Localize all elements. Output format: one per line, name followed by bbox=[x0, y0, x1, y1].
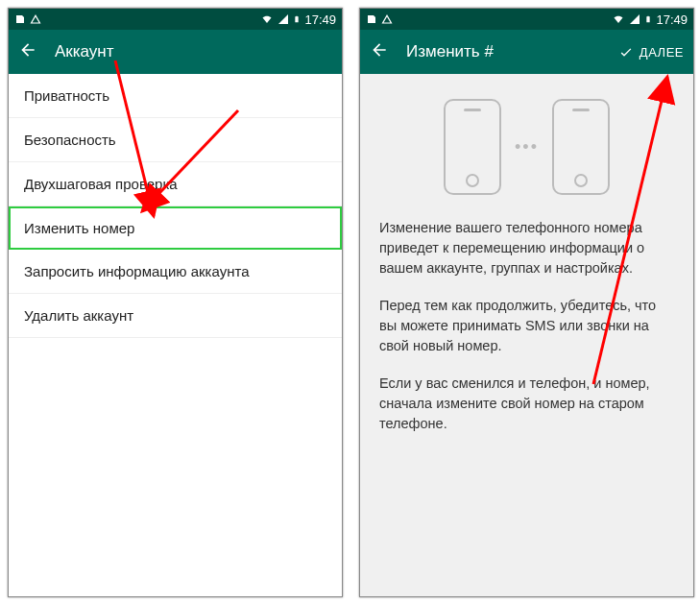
battery-icon bbox=[293, 13, 301, 25]
settings-item-3[interactable]: Изменить номер bbox=[9, 206, 342, 250]
phones-illustration: ••• bbox=[379, 89, 674, 218]
battery-icon bbox=[644, 13, 652, 25]
change-number-info: ••• Изменение вашего телефонного номера … bbox=[360, 74, 693, 596]
next-button[interactable]: ДАЛЕЕ bbox=[618, 44, 684, 60]
sim-icon bbox=[366, 13, 377, 25]
settings-list: ПриватностьБезопасностьДвухшаговая прове… bbox=[9, 74, 342, 338]
status-bar: 17:49 bbox=[9, 9, 342, 30]
dots-icon: ••• bbox=[515, 134, 539, 159]
page-title: Аккаунт bbox=[55, 42, 114, 61]
app-bar: Аккаунт bbox=[9, 30, 342, 74]
back-button[interactable] bbox=[18, 40, 37, 63]
arrow-left-icon bbox=[18, 40, 37, 60]
warning-icon bbox=[30, 13, 41, 25]
phone-icon bbox=[552, 99, 610, 195]
settings-item-1[interactable]: Безопасность bbox=[9, 118, 342, 162]
signal-icon bbox=[629, 13, 640, 25]
status-clock: 17:49 bbox=[656, 12, 688, 27]
warning-icon bbox=[381, 13, 393, 25]
wifi-icon bbox=[260, 13, 274, 25]
settings-item-0[interactable]: Приватность bbox=[9, 74, 342, 118]
next-label: ДАЛЕЕ bbox=[640, 45, 684, 60]
phone-left: 17:49 Аккаунт ПриватностьБезопасностьДву… bbox=[8, 8, 343, 597]
settings-item-5[interactable]: Удалить аккаунт bbox=[9, 294, 342, 338]
status-clock: 17:49 bbox=[304, 12, 336, 27]
back-button[interactable] bbox=[370, 40, 389, 63]
info-paragraph: Изменение вашего телефонного номера прив… bbox=[379, 218, 674, 278]
check-icon bbox=[618, 44, 634, 60]
sim-icon bbox=[14, 13, 26, 25]
phone-right: 17:49 Изменить # ДАЛЕЕ ••• Изменение ваш… bbox=[359, 8, 694, 597]
phone-icon bbox=[444, 99, 501, 195]
signal-icon bbox=[278, 13, 289, 25]
arrow-left-icon bbox=[370, 40, 389, 60]
wifi-icon bbox=[612, 13, 625, 25]
settings-item-2[interactable]: Двухшаговая проверка bbox=[9, 162, 342, 206]
status-bar: 17:49 bbox=[360, 9, 693, 30]
settings-item-4[interactable]: Запросить информацию аккаунта bbox=[9, 250, 342, 294]
app-bar: Изменить # ДАЛЕЕ bbox=[360, 30, 693, 74]
info-paragraph: Если у вас сменился и телефон, и номер, … bbox=[379, 374, 674, 434]
page-title: Изменить # bbox=[406, 42, 494, 61]
info-paragraph: Перед тем как продолжить, убедитесь, что… bbox=[379, 296, 674, 356]
